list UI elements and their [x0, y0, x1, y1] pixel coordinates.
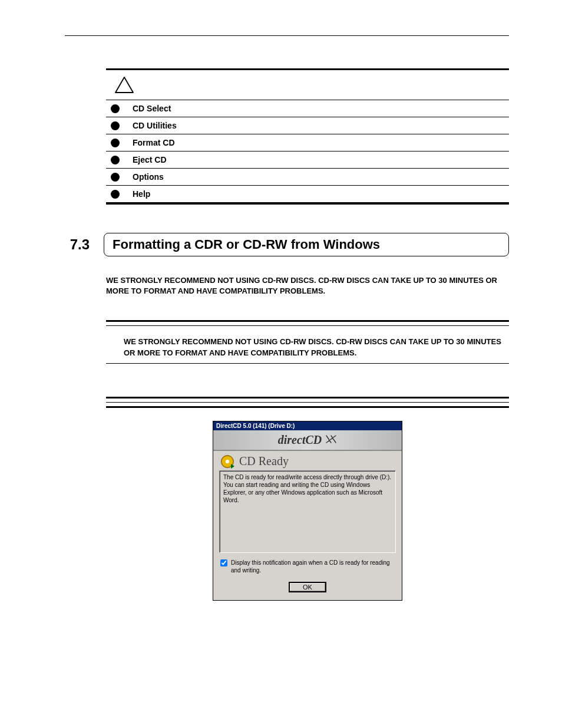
- notify-checkbox-label: Display this notification again when a C…: [231, 559, 395, 574]
- menu-label: CD Utilities: [133, 121, 177, 130]
- section-title: Formatting a CDR or CD-RW from Windows: [104, 233, 509, 256]
- menu-item-cd-select: CD Select: [106, 100, 509, 117]
- logo-glyph-icon: [325, 433, 337, 447]
- directcd-dialog: DirectCD 5.0 (141) (Drive D:) directCD: [213, 421, 402, 601]
- separator-block-1: WE STRONGLY RECOMMEND NOT USING CD-RW DI…: [106, 320, 509, 363]
- cd-ready-icon: [220, 454, 233, 467]
- menu-item-format-cd: Format CD: [106, 134, 509, 151]
- caution-row: [106, 70, 509, 100]
- caution-icon: [114, 76, 134, 94]
- menu-label: Eject CD: [133, 155, 167, 164]
- menu-label: CD Select: [133, 104, 171, 113]
- warning-text-1: WE STRONGLY RECOMMEND NOT USING CD-RW DI…: [106, 275, 509, 297]
- dialog-info-text: The CD is ready for read/write access di…: [219, 470, 396, 553]
- dialog-titlebar: DirectCD 5.0 (141) (Drive D:): [213, 421, 402, 430]
- bullet-icon: [111, 104, 120, 113]
- warning-text-2: WE STRONGLY RECOMMEND NOT USING CD-RW DI…: [124, 337, 509, 358]
- bullet-icon: [111, 190, 120, 199]
- dialog-checkbox-row: Display this notification again when a C…: [213, 553, 402, 575]
- menu-item-cd-utilities: CD Utilities: [106, 117, 509, 134]
- bullet-icon: [111, 139, 120, 147]
- menu-label: Format CD: [133, 138, 175, 147]
- dialog-logo-band: directCD: [213, 430, 402, 451]
- logo-text: directCD: [278, 433, 322, 447]
- menu-item-options: Options: [106, 168, 509, 185]
- section-number: 7.3: [64, 236, 90, 253]
- page-top-rule: [65, 35, 509, 36]
- separator-block-2: [106, 397, 509, 408]
- section-header: 7.3 Formatting a CDR or CD-RW from Windo…: [64, 233, 509, 256]
- bullet-icon: [111, 156, 120, 164]
- bullet-icon: [111, 173, 120, 182]
- dialog-status-row: CD Ready: [213, 451, 402, 470]
- menu-item-eject-cd: Eject CD: [106, 151, 509, 168]
- ok-button[interactable]: OK: [289, 582, 326, 592]
- menu-label: Options: [133, 172, 164, 182]
- menu-label: Help: [133, 189, 150, 199]
- bullet-icon: [111, 121, 120, 130]
- notify-checkbox[interactable]: [220, 559, 227, 566]
- menu-item-help: Help: [106, 185, 509, 202]
- context-menu-list: CD Select CD Utilities Format CD Eject C…: [106, 68, 509, 205]
- directcd-logo: directCD: [278, 433, 337, 447]
- dialog-status: CD Ready: [239, 454, 289, 468]
- svg-marker-0: [115, 77, 133, 93]
